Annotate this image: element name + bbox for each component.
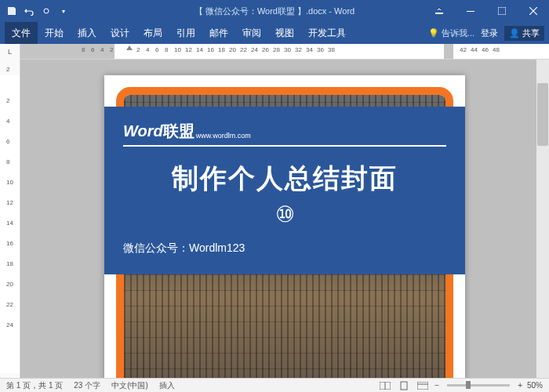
tab-references[interactable]: 引用 <box>169 22 202 44</box>
zoom-level[interactable]: 50% <box>527 381 543 390</box>
minimize-icon[interactable] <box>455 0 486 22</box>
ribbon-options-icon[interactable] <box>424 0 455 22</box>
status-page[interactable]: 第 1 页，共 1 页 <box>6 380 63 391</box>
title-overlay: Word联盟 www.wordlm.com 制作个人总结封面 ⑩ 微信公众号：W… <box>104 107 465 274</box>
svg-rect-1 <box>435 13 443 14</box>
logo-line: Word联盟 www.wordlm.com <box>123 121 446 147</box>
tab-layout[interactable]: 布局 <box>136 22 169 44</box>
save-icon[interactable] <box>6 5 17 16</box>
logo-cn: 联盟 <box>163 121 195 142</box>
indent-marker-icon[interactable] <box>126 45 133 50</box>
logo-url: www.wordlm.com <box>196 132 251 140</box>
tab-review[interactable]: 审阅 <box>235 22 268 44</box>
title-bar: ▾ 【 微信公众号：Word联盟 】.docx - Word <box>0 0 549 22</box>
zoom-slider[interactable] <box>447 384 510 387</box>
logo-word: Word <box>123 122 163 140</box>
window-controls <box>424 0 549 22</box>
scrollbar-thumb[interactable] <box>537 83 548 146</box>
vertical-scrollbar[interactable] <box>536 60 549 378</box>
zoom-out-icon[interactable]: − <box>434 381 439 390</box>
ribbon-tabs: 文件 开始 插入 设计 布局 引用 邮件 审阅 视图 开发工具 💡告诉我... … <box>0 22 549 44</box>
web-layout-icon[interactable] <box>416 380 430 391</box>
status-words[interactable]: 23 个字 <box>74 380 100 391</box>
maximize-icon[interactable] <box>486 0 518 22</box>
redo-icon[interactable] <box>41 5 52 16</box>
cover-number: ⑩ <box>123 201 446 227</box>
tab-mailings[interactable]: 邮件 <box>202 22 235 44</box>
tab-home[interactable]: 开始 <box>38 22 71 44</box>
page: Word联盟 www.wordlm.com 制作个人总结封面 ⑩ 微信公众号：W… <box>104 75 465 378</box>
zoom-thumb[interactable] <box>466 381 471 389</box>
tab-design[interactable]: 设计 <box>104 22 136 44</box>
tab-insert[interactable]: 插入 <box>71 22 104 44</box>
share-button[interactable]: 👤共享 <box>504 26 544 41</box>
login-link[interactable]: 登录 <box>481 27 498 39</box>
svg-rect-3 <box>498 7 506 15</box>
ruler-corner[interactable]: L <box>0 44 20 60</box>
close-icon[interactable] <box>518 0 549 22</box>
wechat-line: 微信公众号：Wordlm123 <box>123 241 446 256</box>
undo-icon[interactable] <box>24 5 35 16</box>
read-mode-icon[interactable] <box>378 380 392 391</box>
zoom-in-icon[interactable]: + <box>518 381 522 390</box>
quick-access-toolbar: ▾ <box>0 5 75 16</box>
print-layout-icon[interactable] <box>397 380 411 391</box>
svg-rect-6 <box>401 382 407 390</box>
status-bar: 第 1 页，共 1 页 23 个字 中文(中国) 插入 − + 50% <box>0 378 549 392</box>
tab-file[interactable]: 文件 <box>5 22 38 44</box>
svg-rect-2 <box>467 11 474 12</box>
horizontal-ruler[interactable]: L 86422468101214161820222426283032343638… <box>0 44 549 60</box>
status-language[interactable]: 中文(中国) <box>111 380 148 391</box>
tell-me-search[interactable]: 💡告诉我... <box>428 27 474 39</box>
svg-rect-7 <box>417 382 428 390</box>
status-insert-mode[interactable]: 插入 <box>159 380 175 391</box>
svg-point-0 <box>44 9 49 13</box>
qat-dropdown-icon[interactable]: ▾ <box>58 5 69 16</box>
document-workspace: 224681012141618202224 Word联盟 www.wordlm.… <box>0 60 549 378</box>
person-icon: 👤 <box>509 28 520 38</box>
lightbulb-icon: 💡 <box>428 28 439 38</box>
document-canvas[interactable]: Word联盟 www.wordlm.com 制作个人总结封面 ⑩ 微信公众号：W… <box>20 60 549 378</box>
tab-developer[interactable]: 开发工具 <box>301 22 353 44</box>
cover-title: 制作个人总结封面 <box>123 161 446 197</box>
window-title: 【 微信公众号：Word联盟 】.docx - Word <box>195 5 354 17</box>
vertical-ruler[interactable]: 224681012141618202224 <box>0 60 20 378</box>
tab-view[interactable]: 视图 <box>268 22 301 44</box>
